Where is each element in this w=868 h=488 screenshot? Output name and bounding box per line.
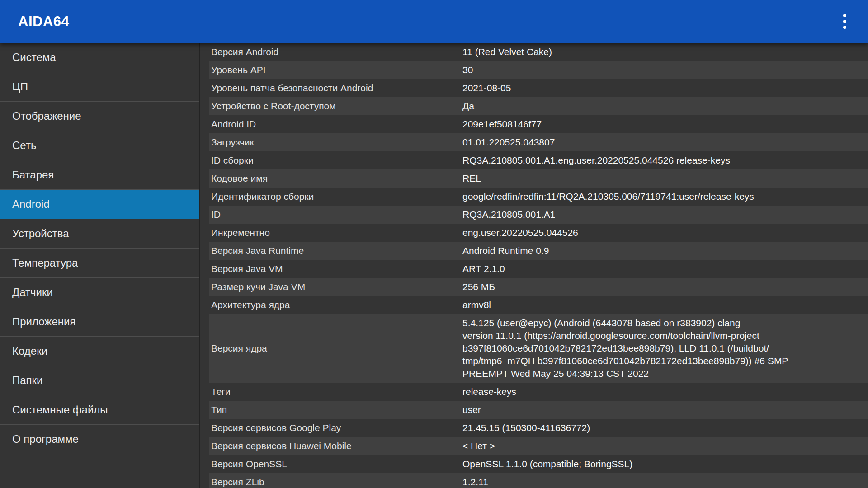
info-row: Кодовое имя REL: [200, 169, 868, 188]
info-label: Кодовое имя: [200, 172, 462, 185]
info-list[interactable]: Версия Android 11 (Red Velvet Cake) Уров…: [200, 43, 868, 488]
info-label: Теги: [200, 385, 462, 398]
info-row: Версия сервисов Google Play 21.45.15 (15…: [200, 419, 868, 437]
info-row: Архитектура ядра armv8l: [200, 296, 868, 314]
sidebar-item-label: Кодеки: [12, 345, 47, 357]
sidebar-item-label: Папки: [12, 374, 43, 387]
kebab-menu-icon: [843, 20, 846, 23]
info-label: Версия Android: [200, 46, 462, 58]
info-label: Версия ядра: [200, 342, 462, 355]
info-value: release-keys: [462, 383, 868, 401]
info-label: Тип: [200, 404, 462, 416]
info-row: Уровень API 30: [200, 61, 868, 79]
info-row: Инкрементно eng.user.20220525.044526: [200, 224, 868, 242]
info-value: armv8l: [462, 296, 868, 314]
info-row: Версия Java VM ART 2.1.0: [200, 260, 868, 278]
info-value: eng.user.20220525.044526: [462, 224, 868, 242]
info-value: RQ3A.210805.001.A1.eng.user.20220525.044…: [462, 151, 868, 169]
info-value: Android Runtime 0.9: [462, 242, 868, 260]
info-label: Архитектура ядра: [200, 299, 462, 311]
info-value: RQ3A.210805.001.A1: [462, 206, 868, 224]
sidebar-item-system[interactable]: Система: [0, 43, 199, 72]
info-value: user: [462, 401, 868, 419]
info-label: Версия OpenSSL: [200, 458, 462, 470]
info-row: Версия Android 11 (Red Velvet Cake): [200, 43, 868, 61]
main-layout: Система ЦП Отображение Сеть Батарея Andr…: [0, 43, 868, 488]
info-value: < Нет >: [462, 437, 868, 455]
info-value: 11 (Red Velvet Cake): [462, 43, 868, 61]
info-label: ID: [200, 208, 462, 221]
info-label: Android ID: [200, 118, 462, 131]
info-row: Уровень патча безопасности Android 2021-…: [200, 79, 868, 97]
info-row: Идентификатор сборки google/redfin/redfi…: [200, 188, 868, 206]
info-value: ART 2.1.0: [462, 260, 868, 278]
sidebar-item-apps[interactable]: Приложения: [0, 307, 199, 337]
info-value: 01.01.220525.043807: [462, 133, 868, 151]
info-row: Версия сервисов Huawei Mobile < Нет >: [200, 437, 868, 455]
info-label: Версия Java VM: [200, 263, 462, 275]
info-label: ID сборки: [200, 154, 462, 167]
app-bar: AIDA64: [0, 0, 868, 43]
sidebar-item-devices[interactable]: Устройства: [0, 219, 199, 249]
info-value: 209e1ef508146f77: [462, 115, 868, 133]
info-row: Устройство с Root-доступом Да: [200, 97, 868, 115]
app-title: AIDA64: [18, 14, 69, 30]
sidebar-item-label: Система: [12, 51, 56, 64]
sidebar-item-label: ЦП: [12, 80, 28, 93]
sidebar-item-label: Android: [12, 198, 50, 211]
info-row: Версия Java Runtime Android Runtime 0.9: [200, 242, 868, 260]
sidebar-item-display[interactable]: Отображение: [0, 102, 199, 131]
sidebar-item-label: Батарея: [12, 169, 54, 181]
info-label: Устройство с Root-доступом: [200, 100, 462, 113]
info-label: Уровень API: [200, 64, 462, 76]
info-row: Размер кучи Java VM 256 МБ: [200, 278, 868, 296]
sidebar-item-label: Датчики: [12, 286, 53, 299]
kebab-menu-icon: [843, 14, 846, 17]
info-label: Версия сервисов Google Play: [200, 422, 462, 434]
info-value: google/redfin/redfin:11/RQ2A.210305.006/…: [462, 188, 868, 206]
info-value: 30: [462, 61, 868, 79]
sidebar-item-label: Отображение: [12, 110, 81, 122]
info-value: REL: [462, 169, 868, 188]
info-value: 21.45.15 (150300-411636772): [462, 419, 868, 437]
sidebar-item-folders[interactable]: Папки: [0, 366, 199, 395]
sidebar: Система ЦП Отображение Сеть Батарея Andr…: [0, 43, 200, 488]
info-row: ID сборки RQ3A.210805.001.A1.eng.user.20…: [200, 151, 868, 169]
info-value: OpenSSL 1.1.0 (compatible; BoringSSL): [462, 455, 868, 473]
info-label: Уровень патча безопасности Android: [200, 82, 462, 94]
sidebar-item-network[interactable]: Сеть: [0, 131, 199, 160]
sidebar-item-android[interactable]: Android: [0, 190, 199, 219]
kebab-menu-icon: [843, 26, 846, 29]
info-row: Android ID 209e1ef508146f77: [200, 115, 868, 133]
info-value: Да: [462, 97, 868, 115]
info-row: Загрузчик 01.01.220525.043807: [200, 133, 868, 151]
sidebar-item-label: О программе: [12, 433, 79, 446]
info-value: 2021-08-05: [462, 79, 868, 97]
sidebar-item-label: Устройства: [12, 227, 69, 240]
info-label: Версия Java Runtime: [200, 244, 462, 257]
info-label: Загрузчик: [200, 136, 462, 149]
sidebar-item-label: Системные файлы: [12, 404, 108, 416]
sidebar-item-cpu[interactable]: ЦП: [0, 72, 199, 102]
info-label: Версия сервисов Huawei Mobile: [200, 440, 462, 452]
sidebar-item-label: Приложения: [12, 315, 75, 328]
sidebar-item-codecs[interactable]: Кодеки: [0, 337, 199, 366]
info-row: Тип user: [200, 401, 868, 419]
info-row: Версия ядра 5.4.125 (user@epyc) (Android…: [200, 314, 868, 383]
info-row: ID RQ3A.210805.001.A1: [200, 206, 868, 224]
info-value: 5.4.125 (user@epyc) (Android (6443078 ba…: [462, 314, 868, 383]
sidebar-item-about[interactable]: О программе: [0, 425, 199, 454]
sidebar-item-system-files[interactable]: Системные файлы: [0, 395, 199, 425]
sidebar-item-battery[interactable]: Батарея: [0, 160, 199, 190]
info-row: Версия ZLib 1.2.11: [200, 473, 868, 488]
sidebar-item-sensors[interactable]: Датчики: [0, 278, 199, 307]
sidebar-item-label: Сеть: [12, 139, 36, 152]
sidebar-item-temperature[interactable]: Температура: [0, 249, 199, 278]
info-label: Инкрементно: [200, 226, 462, 239]
info-label: Версия ZLib: [200, 476, 462, 488]
info-label: Размер кучи Java VM: [200, 281, 462, 293]
info-row: Версия OpenSSL OpenSSL 1.1.0 (compatible…: [200, 455, 868, 473]
overflow-menu-button[interactable]: [833, 7, 856, 36]
info-label: Идентификатор сборки: [200, 190, 462, 203]
info-row: Теги release-keys: [200, 383, 868, 401]
